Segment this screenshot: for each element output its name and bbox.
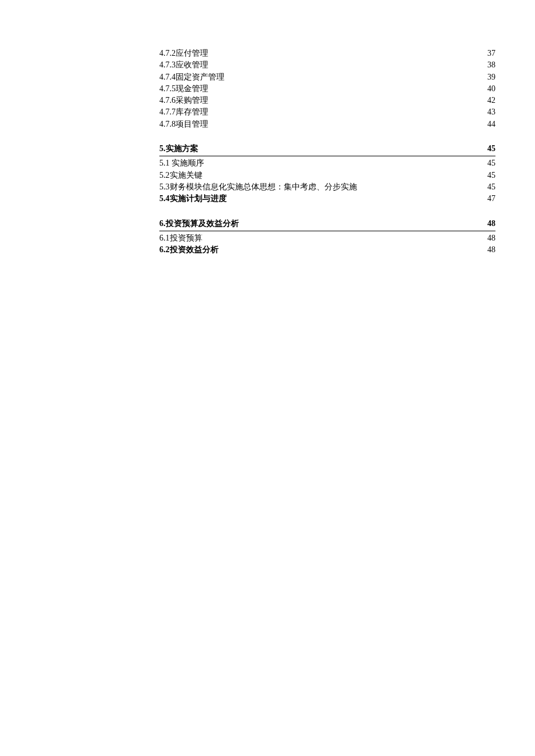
toc-label: 4.7.6采购管理 [159, 95, 208, 106]
toc-entry: 6.2投资效益分析 48 [159, 244, 495, 256]
toc-entry: 4.7.4固定资产管理 39 [159, 71, 495, 83]
toc-label: 4.7.5现金管理 [159, 83, 208, 95]
section-divider [159, 231, 495, 231]
toc-label: 5.2实施关键 [159, 170, 202, 181]
toc-page-number: 47 [487, 193, 495, 205]
toc-label: 5.3财务模块信息化实施总体思想：集中考虑、分步实施 [159, 181, 357, 193]
table-of-contents: 4.7.2应付管理 37 4.7.3应收管理 38 4.7.4固定资产管理 39… [159, 48, 495, 256]
toc-heading-label: 5.实施方案 [159, 143, 198, 155]
toc-page-number: 48 [487, 232, 495, 244]
section-spacing [159, 205, 495, 218]
toc-heading-label: 6.投资预算及效益分析 [159, 218, 239, 230]
toc-label: 4.7.8项目管理 [159, 119, 208, 130]
toc-label: 5.1 实施顺序 [159, 157, 204, 169]
toc-label: 6.2投资效益分析 [159, 244, 219, 256]
toc-page-number: 48 [487, 244, 495, 256]
toc-label: 5.4实施计划与进度 [159, 193, 227, 205]
toc-entry: 4.7.6采购管理 42 [159, 95, 495, 106]
toc-page-number: 48 [487, 218, 495, 230]
toc-page-number: 40 [487, 83, 495, 95]
toc-page-number: 45 [487, 170, 495, 181]
toc-entry: 4.7.2应付管理 37 [159, 48, 495, 59]
toc-page-number: 43 [487, 106, 495, 118]
toc-entry: 5.3财务模块信息化实施总体思想：集中考虑、分步实施 45 [159, 181, 495, 193]
toc-label: 6.1投资预算 [159, 232, 202, 244]
toc-page-number: 39 [487, 71, 495, 83]
toc-label: 4.7.3应收管理 [159, 59, 208, 71]
toc-page-number: 37 [487, 48, 495, 59]
toc-page-number: 44 [487, 119, 495, 130]
toc-label: 4.7.2应付管理 [159, 48, 208, 59]
toc-entry: 5.1 实施顺序 45 [159, 157, 495, 169]
section-spacing [159, 130, 495, 143]
toc-label: 4.7.7库存管理 [159, 106, 208, 118]
toc-entry: 4.7.3应收管理 38 [159, 59, 495, 71]
toc-entry: 5.4实施计划与进度 47 [159, 193, 495, 205]
toc-heading-entry: 6.投资预算及效益分析 48 [159, 218, 495, 230]
toc-entry: 5.2实施关键 45 [159, 170, 495, 181]
toc-entry: 4.7.5现金管理 40 [159, 83, 495, 95]
toc-entry: 4.7.7库存管理 43 [159, 106, 495, 118]
section-divider [159, 156, 495, 156]
toc-entry: 4.7.8项目管理 44 [159, 119, 495, 130]
toc-heading-entry: 5.实施方案 45 [159, 143, 495, 155]
toc-page-number: 38 [487, 59, 495, 71]
toc-entry: 6.1投资预算 48 [159, 232, 495, 244]
toc-page-number: 42 [487, 95, 495, 106]
toc-page-number: 45 [487, 157, 495, 169]
toc-page-number: 45 [487, 181, 495, 193]
toc-page-number: 45 [487, 143, 495, 155]
toc-label: 4.7.4固定资产管理 [159, 71, 224, 83]
